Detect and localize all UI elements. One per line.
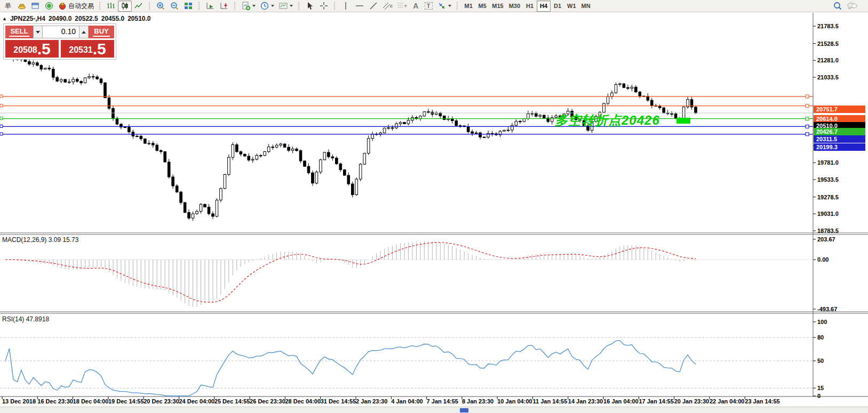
candle bbox=[647, 96, 649, 101]
timeframe-h1[interactable]: H1 bbox=[523, 1, 537, 12]
price-axis-label: 19781.0 bbox=[817, 159, 839, 166]
candle bbox=[240, 152, 242, 155]
candle bbox=[511, 125, 514, 130]
candle bbox=[451, 119, 453, 121]
periods-dropdown-caret[interactable] bbox=[271, 5, 274, 7]
arrows-button[interactable] bbox=[435, 1, 453, 12]
arrows-dropdown-caret[interactable] bbox=[448, 5, 451, 7]
line-right-handle[interactable] bbox=[806, 133, 809, 136]
timeframe-group: M1 M5 M15 M30 H1 H4 D1 W1 MN bbox=[460, 0, 594, 12]
indicators-button[interactable] bbox=[239, 1, 258, 12]
gold-ingot-button[interactable] bbox=[14, 1, 28, 12]
candle bbox=[439, 113, 442, 116]
candle bbox=[148, 143, 150, 144]
candle bbox=[140, 136, 142, 139]
trendline-button[interactable] bbox=[367, 1, 380, 12]
line-right-handle[interactable] bbox=[806, 104, 809, 108]
line-left-handle[interactable] bbox=[0, 104, 3, 107]
candle bbox=[72, 79, 75, 82]
line-right-handle[interactable] bbox=[806, 117, 809, 120]
text-button[interactable]: A bbox=[409, 1, 422, 12]
buy-price-display[interactable]: 20531 .5 bbox=[61, 40, 114, 58]
autotrading-button[interactable]: 自动交易 bbox=[56, 1, 96, 12]
candle bbox=[267, 147, 270, 152]
timeframe-mn[interactable]: MN bbox=[579, 1, 593, 12]
zoom-out-button[interactable] bbox=[168, 1, 181, 12]
time-axis-label: 11 Jan 14:55 bbox=[533, 398, 568, 404]
line-left-handle[interactable] bbox=[0, 95, 3, 98]
new-order-label: 单 bbox=[5, 2, 11, 11]
line-left-handle[interactable] bbox=[0, 125, 3, 127]
indicators-dropdown-caret[interactable] bbox=[252, 5, 256, 7]
chart-canvas[interactable]: 21783.521528.521281.021033.520028.519781… bbox=[0, 13, 868, 407]
candle bbox=[116, 118, 118, 124]
timeframe-m5[interactable]: M5 bbox=[475, 1, 489, 12]
candle bbox=[503, 130, 506, 131]
search-button[interactable] bbox=[831, 1, 845, 12]
crosshair-icon bbox=[319, 1, 329, 11]
fibonacci-icon bbox=[397, 1, 404, 11]
fibonacci-button[interactable]: F bbox=[395, 1, 409, 12]
chat-button[interactable] bbox=[845, 1, 859, 12]
candle bbox=[40, 66, 43, 69]
tile-windows-icon bbox=[184, 1, 193, 11]
h-scroll-thumb[interactable] bbox=[460, 408, 468, 412]
templates-dropdown-caret[interactable] bbox=[290, 5, 293, 7]
line-right-handle[interactable] bbox=[806, 95, 809, 98]
sell-price-display[interactable]: 20508 .5 bbox=[5, 40, 59, 58]
timeframe-h4[interactable]: H4 bbox=[537, 1, 551, 12]
chart-text-annotation[interactable]: 多空转折点20426 bbox=[555, 112, 660, 129]
text-label-button[interactable]: T bbox=[422, 1, 435, 12]
sell-button[interactable]: SELL bbox=[5, 26, 33, 38]
indicators-icon bbox=[241, 1, 251, 11]
fibonacci-icon-letter: F bbox=[404, 4, 407, 9]
candle bbox=[196, 212, 198, 214]
tile-windows-button[interactable] bbox=[181, 1, 195, 12]
horizontal-line-button[interactable] bbox=[353, 1, 367, 12]
candle bbox=[483, 137, 485, 137]
periods-button[interactable] bbox=[258, 1, 276, 12]
candle bbox=[475, 133, 477, 133]
candle bbox=[519, 121, 522, 122]
level-price-tag: 20426.7 bbox=[814, 128, 865, 135]
new-window-button[interactable] bbox=[28, 1, 42, 12]
timeframe-m15[interactable]: M15 bbox=[489, 1, 506, 12]
candle bbox=[48, 68, 51, 69]
volume-increase-button[interactable] bbox=[79, 26, 89, 38]
toolbar-grip bbox=[333, 2, 336, 10]
buy-button[interactable]: BUY bbox=[89, 26, 114, 38]
line-chart-button[interactable] bbox=[132, 1, 146, 12]
candle bbox=[455, 121, 458, 126]
equidistant-channel-button[interactable]: E bbox=[380, 1, 395, 12]
line-left-handle[interactable] bbox=[0, 117, 3, 120]
auto-scroll-button[interactable] bbox=[203, 1, 217, 12]
candle bbox=[291, 149, 294, 151]
timeframe-m30[interactable]: M30 bbox=[506, 1, 523, 12]
candle bbox=[184, 203, 186, 213]
templates-button[interactable] bbox=[276, 1, 295, 12]
horizontal-line-icon bbox=[355, 1, 364, 11]
vertical-line-button[interactable] bbox=[339, 1, 353, 12]
line-chart-icon bbox=[134, 1, 144, 11]
collapse-panel-icon[interactable]: ▲ bbox=[2, 16, 7, 21]
line-left-handle[interactable] bbox=[0, 133, 3, 135]
candle bbox=[168, 162, 170, 177]
volume-input[interactable]: 0.10 bbox=[43, 26, 79, 38]
timeframe-d1[interactable]: D1 bbox=[551, 1, 564, 12]
timeframe-w1[interactable]: W1 bbox=[564, 1, 579, 12]
signals-button[interactable] bbox=[42, 1, 56, 12]
zoom-in-button[interactable] bbox=[154, 1, 168, 12]
cursor-button[interactable] bbox=[303, 1, 317, 12]
volume-decrease-button[interactable] bbox=[33, 26, 43, 38]
bar-chart-button[interactable] bbox=[104, 1, 118, 12]
chart-shift-button[interactable] bbox=[217, 1, 231, 12]
highlight-rectangle-object[interactable] bbox=[676, 118, 690, 124]
line-right-handle[interactable] bbox=[806, 125, 809, 128]
candle bbox=[695, 107, 697, 113]
crosshair-button[interactable] bbox=[317, 1, 331, 12]
time-axis-label: 16 Jan 04:00 bbox=[603, 398, 638, 404]
timeframe-m1[interactable]: M1 bbox=[461, 1, 475, 12]
time-axis-label: 20 Jan 23:30 bbox=[674, 398, 709, 404]
candlestick-chart-button[interactable] bbox=[118, 1, 132, 12]
new-order-button[interactable]: 单 bbox=[2, 1, 14, 12]
